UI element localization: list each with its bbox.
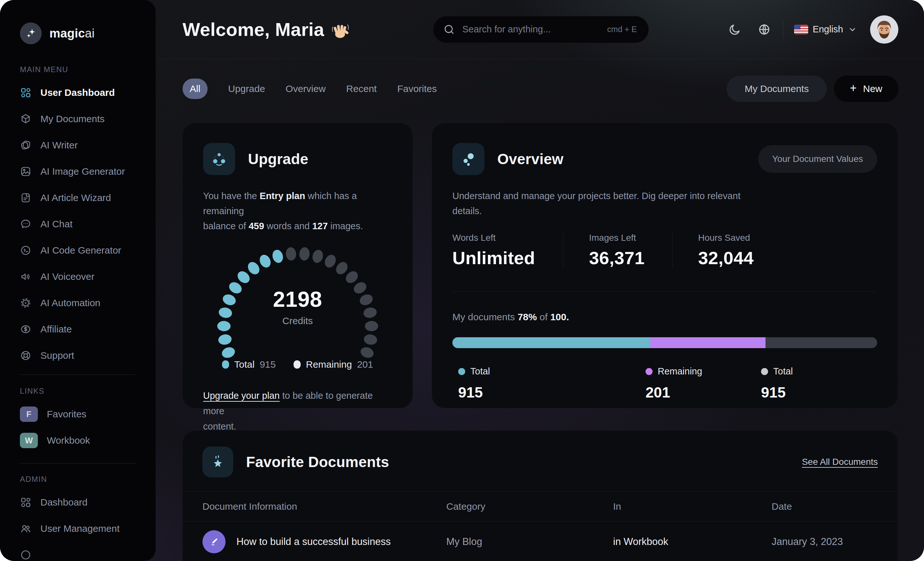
document-date: January 3, 2023 — [772, 536, 878, 548]
main-header: Welcome, Maria cmd + E — [156, 0, 924, 59]
chat-bubble-icon — [20, 218, 32, 230]
moon-icon[interactable] — [728, 22, 742, 37]
star-sparkle-icon — [202, 447, 233, 477]
legend-remaining: Remaining 201 — [294, 359, 373, 370]
image-icon — [20, 166, 32, 177]
language-label: English — [813, 24, 843, 34]
sidebar-item-support[interactable]: Support — [20, 343, 138, 369]
upgrade-card-title: Upgrade — [248, 150, 308, 168]
search-input[interactable] — [462, 24, 601, 35]
user-avatar[interactable] — [870, 15, 898, 43]
search-icon — [443, 23, 455, 36]
sidebar-nav-admin: Dashboard User Management — [20, 489, 138, 561]
legend-dot-remaining — [294, 361, 301, 369]
documents-progress-bar — [452, 337, 877, 348]
sparkles-icon — [20, 22, 42, 44]
overview-card: Overview Your Document Values Understand… — [432, 123, 898, 408]
your-document-values-button[interactable]: Your Document Values — [758, 145, 877, 173]
legend-dot-remaining — [645, 368, 652, 375]
sidebar-item-favorites[interactable]: F Favorites — [20, 401, 138, 427]
waving-hand-icon — [331, 21, 350, 40]
circle-icon — [20, 549, 32, 561]
favorite-documents-title: Favorite Documents — [246, 453, 389, 471]
upgrade-plan-link[interactable]: Upgrade your plan — [203, 390, 280, 401]
column-document-information: Document Information — [202, 501, 446, 512]
speaker-icon — [20, 271, 32, 283]
column-date: Date — [772, 501, 878, 512]
sidebar-item-label: AI Automation — [40, 298, 100, 308]
sidebar-nav-links: F Favorites W Workbook — [20, 401, 138, 453]
sidebar-item-ai-automation[interactable]: AI Automation — [20, 290, 138, 316]
stat-hours-saved: Hours Saved 32,044 — [672, 233, 760, 268]
sidebar-item-user-management[interactable]: User Management — [20, 516, 138, 542]
life-ring-icon — [20, 350, 32, 361]
upgrade-footer: Upgrade your plan to be able to generate… — [203, 388, 392, 434]
sidebar-item-label: AI Writer — [40, 140, 78, 151]
progress-segment-total — [452, 337, 650, 348]
sidebar-section-links: LINKS — [20, 386, 138, 396]
sidebar-item-ai-voiceover[interactable]: AI Voiceover — [20, 263, 138, 290]
language-selector[interactable]: English — [794, 24, 857, 34]
sidebar-item-affiliate[interactable]: Affiliate — [20, 316, 138, 343]
sidebar-item-partial[interactable] — [20, 542, 138, 561]
upgrade-card-description: You have the Entry plan which has a rema… — [203, 188, 392, 234]
upgrade-card: Upgrade You have the Entry plan which ha… — [183, 123, 412, 408]
sidebar-item-ai-image-generator[interactable]: AI Image Generator — [20, 159, 138, 185]
stacked-cards-icon — [20, 139, 32, 151]
sidebar-item-label: AI Article Wizard — [40, 192, 111, 203]
us-flag-icon — [794, 25, 808, 34]
stat-words-left: Words Left Unlimited — [452, 233, 563, 268]
sidebar-item-label: AI Code Generator — [40, 245, 121, 256]
gear-play-icon — [20, 297, 32, 309]
credits-label: Credits — [205, 316, 391, 326]
search-bar[interactable]: cmd + E — [433, 16, 649, 43]
sidebar-item-workbook[interactable]: W Workbook — [20, 427, 138, 453]
legend-dot-total — [458, 368, 465, 375]
sidebar-item-user-dashboard[interactable]: User Dashboard — [20, 79, 138, 106]
sidebar-item-ai-code-generator[interactable]: AI Code Generator — [20, 237, 138, 263]
sidebar-item-label: AI Image Generator — [40, 166, 125, 177]
article-icon — [20, 192, 32, 203]
progress-legend-total-2: Total 915 — [761, 366, 877, 401]
sidebar-item-ai-chat[interactable]: AI Chat — [20, 211, 138, 237]
sidebar-item-my-documents[interactable]: My Documents — [20, 106, 138, 132]
page-title: Welcome, Maria — [183, 19, 350, 40]
brand-logo[interactable]: magicai — [20, 22, 138, 44]
header-actions: English — [728, 15, 898, 43]
sidebar-item-label: AI Chat — [40, 218, 72, 229]
tab-upgrade[interactable]: Upgrade — [228, 83, 265, 94]
share-dots-icon — [203, 143, 235, 175]
sidebar-item-ai-writer[interactable]: AI Writer — [20, 132, 138, 159]
table-row[interactable]: How to build a successful business My Bl… — [183, 522, 898, 561]
document-title: How to build a successful business — [237, 536, 391, 548]
tab-all[interactable]: All — [183, 79, 208, 99]
sidebar-item-admin-dashboard[interactable]: Dashboard — [20, 489, 138, 516]
globe-icon[interactable] — [757, 22, 771, 37]
sidebar-item-label: Support — [40, 350, 74, 361]
users-icon — [20, 523, 32, 534]
tab-recent[interactable]: Recent — [346, 83, 376, 94]
terminal-icon — [20, 245, 32, 256]
plus-icon: + — [850, 81, 856, 95]
sidebar-item-ai-article-wizard[interactable]: AI Article Wizard — [20, 185, 138, 211]
cluster-dots-icon — [452, 143, 484, 175]
cube-icon — [20, 113, 32, 125]
sidebar-divider — [20, 374, 135, 375]
chevron-down-icon — [848, 25, 857, 34]
sidebar-item-label: Affiliate — [40, 324, 72, 335]
tab-favorites[interactable]: Favorites — [397, 83, 436, 94]
sidebar: magicai MAIN MENU User Dashboard My Docu… — [0, 0, 156, 561]
new-button[interactable]: + New — [834, 76, 898, 102]
document-location: in Workbook — [613, 536, 772, 548]
filter-tabs: All Upgrade Overview Recent Favorites My… — [156, 76, 924, 102]
favorite-documents-card: Favorite Documents See All Documents Doc… — [183, 431, 898, 561]
credits-value: 2198 — [205, 287, 391, 311]
stats-row: Words Left Unlimited Images Left 36,371 … — [452, 233, 877, 268]
sidebar-item-label: User Dashboard — [40, 87, 115, 98]
column-category: Category — [446, 501, 613, 512]
column-in: In — [613, 501, 772, 512]
see-all-documents-link[interactable]: See All Documents — [802, 457, 878, 467]
my-documents-button[interactable]: My Documents — [727, 76, 827, 102]
tab-overview[interactable]: Overview — [285, 83, 326, 94]
sidebar-item-label: My Documents — [40, 114, 105, 124]
